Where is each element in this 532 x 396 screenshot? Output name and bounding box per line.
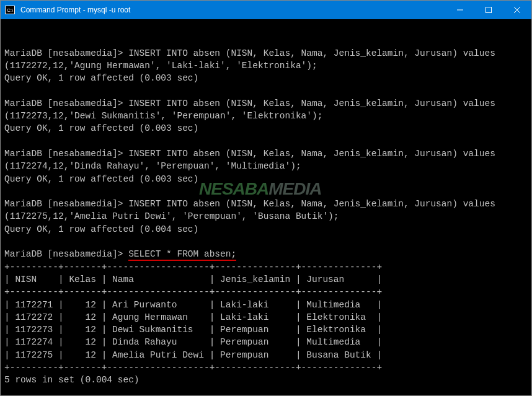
close-icon xyxy=(514,7,520,13)
watermark: NESABAMEDIA xyxy=(199,177,321,201)
svg-rect-1 xyxy=(486,7,492,13)
terminal-output[interactable]: NESABAMEDIA MariaDB [nesabamedia]> INSER… xyxy=(1,19,531,396)
insert-block-1: MariaDB [nesabamedia]> INSERT INTO absen… xyxy=(4,48,495,84)
table-header: | NISN | Kelas | Nama | Jenis_kelamin | … xyxy=(4,275,382,284)
window-title: Command Prompt - mysql -u root xyxy=(19,6,446,14)
table-row: | 1172274 | 12 | Dinda Rahayu | Perempua… xyxy=(4,337,382,347)
table-border: +---------+-------+-------------------+-… xyxy=(4,287,382,297)
select-query: MariaDB [nesabamedia]> SELECT * FROM abs… xyxy=(4,249,236,261)
table-border: +---------+-------+-------------------+-… xyxy=(4,363,382,372)
cmd-icon: C:\ xyxy=(5,6,15,14)
insert-block-2: MariaDB [nesabamedia]> INSERT INTO absen… xyxy=(4,99,495,134)
table-row: | 1172275 | 12 | Amelia Putri Dewi | Per… xyxy=(4,350,382,360)
table-border: +---------+-------+-------------------+-… xyxy=(4,262,382,272)
table-row: | 1172271 | 12 | Ari Purwanto | Laki-lak… xyxy=(4,300,382,310)
maximize-button[interactable] xyxy=(474,1,503,19)
table-row: | 1172273 | 12 | Dewi Sukmanitis | Perem… xyxy=(4,325,382,335)
close-button[interactable] xyxy=(503,1,531,19)
minimize-icon xyxy=(457,7,463,13)
minimize-button[interactable] xyxy=(446,1,474,19)
maximize-icon xyxy=(485,7,492,13)
app-icon: C:\ xyxy=(1,1,19,19)
table-footer: 5 rows in set (0.004 sec) xyxy=(4,375,140,385)
insert-block-4: MariaDB [nesabamedia]> INSERT INTO absen… xyxy=(4,199,495,234)
window-titlebar[interactable]: C:\ Command Prompt - mysql -u root xyxy=(1,1,531,19)
table-row: | 1172272 | 12 | Agung Hermawan | Laki-l… xyxy=(4,312,382,322)
